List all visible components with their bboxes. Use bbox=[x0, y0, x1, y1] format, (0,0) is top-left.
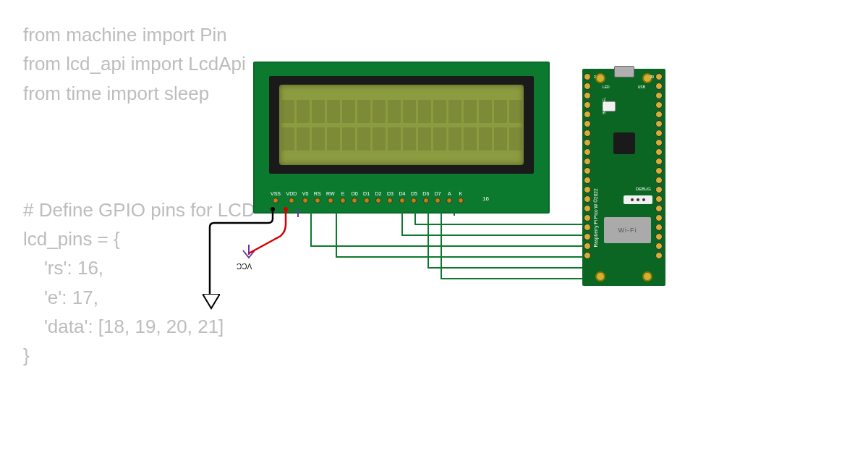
lcd-pin-d6[interactable]: D6 bbox=[422, 191, 429, 203]
pico-pin[interactable] bbox=[584, 73, 591, 80]
lcd-display-area bbox=[279, 85, 524, 165]
pico-pin[interactable] bbox=[655, 83, 663, 90]
pico-pin[interactable] bbox=[584, 130, 591, 137]
lcd-pin-a[interactable]: A bbox=[446, 191, 452, 203]
pico-pin[interactable] bbox=[655, 148, 663, 156]
lcd-pin-d5[interactable]: D5 bbox=[411, 191, 417, 203]
pico-pin[interactable] bbox=[584, 214, 591, 221]
pico-pin[interactable] bbox=[655, 158, 663, 165]
lcd-bezel bbox=[269, 76, 534, 174]
lcd-pin-e[interactable]: E bbox=[340, 191, 346, 203]
wiring-diagram: VSS VDD V0 RS RW E D0 D1 D2 D3 D4 D5 D6 … bbox=[0, 0, 868, 456]
pico-pin[interactable] bbox=[655, 233, 663, 240]
pico-pin[interactable] bbox=[655, 224, 663, 231]
pico-pin[interactable] bbox=[584, 92, 591, 99]
lcd-pin-vss[interactable]: VSS bbox=[271, 191, 281, 203]
pico-pin[interactable] bbox=[655, 242, 663, 250]
pico-pin[interactable] bbox=[655, 92, 663, 99]
lcd-pin16-number: 16 bbox=[482, 195, 489, 202]
lcd-row-2 bbox=[281, 127, 522, 151]
pico-pin[interactable] bbox=[655, 139, 663, 146]
pico-pin[interactable] bbox=[584, 242, 591, 250]
pico-wifi-module: Wi-Fi bbox=[604, 217, 651, 243]
vcc-label: VCC bbox=[237, 262, 252, 270]
pico-pin[interactable] bbox=[584, 139, 591, 146]
pico-mount-hole bbox=[642, 271, 652, 282]
pico-pin[interactable] bbox=[655, 195, 663, 203]
pico-pin[interactable] bbox=[584, 111, 591, 118]
lcd-pin-rw[interactable]: RW bbox=[326, 191, 335, 203]
pico-pin[interactable] bbox=[584, 167, 591, 174]
pico-pin[interactable] bbox=[584, 252, 591, 259]
pico-pin[interactable] bbox=[655, 205, 663, 212]
pico-pin[interactable] bbox=[655, 252, 663, 259]
lcd-pin-k[interactable]: K bbox=[458, 191, 464, 203]
pico-pin[interactable] bbox=[584, 158, 591, 165]
pico-usb-label: USB bbox=[638, 85, 645, 89]
lcd-pin-d2[interactable]: D2 bbox=[375, 191, 382, 203]
pico-pin[interactable] bbox=[584, 233, 591, 240]
pico-pin39-label: 39 bbox=[650, 75, 654, 79]
pico-rp2040-chip bbox=[613, 132, 635, 154]
pico-pin[interactable] bbox=[655, 101, 663, 109]
pico-mount-hole bbox=[595, 73, 605, 83]
ground-symbol-icon bbox=[203, 294, 220, 310]
pico-pin[interactable] bbox=[655, 177, 663, 184]
pico-pin[interactable] bbox=[584, 120, 591, 127]
lcd-pin-vdd[interactable]: VDD bbox=[286, 191, 297, 203]
lcd-pin-d4[interactable]: D4 bbox=[399, 191, 405, 203]
pico-led-label: LED bbox=[603, 85, 610, 89]
pico-pin[interactable] bbox=[584, 205, 591, 212]
pico-pin[interactable] bbox=[655, 186, 663, 193]
lcd-row-1 bbox=[281, 100, 522, 123]
pico-pin[interactable] bbox=[584, 83, 591, 90]
pico-pin[interactable] bbox=[655, 130, 663, 137]
pico-pin[interactable] bbox=[584, 148, 591, 156]
pico-mount-hole bbox=[595, 271, 605, 282]
lcd-pin-d1[interactable]: D1 bbox=[363, 191, 370, 203]
pico-right-pin-header bbox=[655, 73, 664, 259]
pico-pin[interactable] bbox=[584, 101, 591, 109]
pico-left-pin-header bbox=[584, 73, 592, 259]
lcd-pin-rs[interactable]: RS bbox=[314, 191, 321, 203]
pico-usb-connector[interactable] bbox=[614, 66, 634, 77]
pico-pin[interactable] bbox=[584, 224, 591, 231]
pico-bootsel-label: BOOTSEL bbox=[602, 97, 606, 114]
wire-e bbox=[336, 209, 582, 257]
pico-pin[interactable] bbox=[584, 177, 591, 184]
pico-pin[interactable] bbox=[655, 111, 663, 118]
vcc-symbol-icon bbox=[240, 245, 258, 262]
pico-pin[interactable] bbox=[584, 195, 591, 203]
pico-board-name: Raspberry Pi Pico W ©2022 bbox=[593, 188, 598, 247]
lcd-pin-v0[interactable]: V0 bbox=[302, 191, 309, 203]
pico-pin2-label: 2 bbox=[594, 75, 596, 79]
lcd-pin-d7[interactable]: D7 bbox=[435, 191, 441, 203]
lcd1602-module[interactable]: VSS VDD V0 RS RW E D0 D1 D2 D3 D4 D5 D6 … bbox=[253, 62, 550, 214]
lcd-pin-d0[interactable]: D0 bbox=[352, 191, 358, 203]
wire-rs bbox=[311, 209, 582, 246]
wire-d6 bbox=[428, 209, 582, 268]
pico-pin[interactable] bbox=[584, 186, 591, 193]
pico-pin[interactable] bbox=[655, 120, 663, 127]
pico-pin[interactable] bbox=[655, 167, 663, 174]
lcd-pin-header: VSS VDD V0 RS RW E D0 D1 D2 D3 D4 D5 D6 … bbox=[271, 191, 464, 203]
wire-d7 bbox=[441, 209, 582, 279]
pico-pin[interactable] bbox=[655, 73, 663, 80]
pico-debug-header[interactable] bbox=[624, 195, 652, 204]
lcd-pin-d3[interactable]: D3 bbox=[387, 191, 393, 203]
raspberry-pi-pico-w[interactable]: DEBUG Wi-Fi Raspberry Pi Pico W ©2022 LE… bbox=[582, 69, 665, 286]
pico-pin[interactable] bbox=[655, 214, 663, 221]
pico-debug-label: DEBUG bbox=[636, 187, 651, 191]
